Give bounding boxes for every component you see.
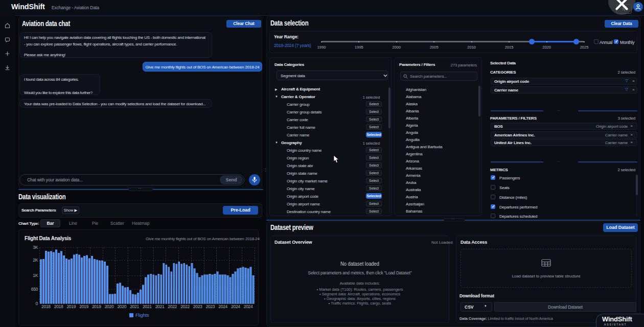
svg-text:2019: 2019: [92, 304, 101, 309]
svg-text:2023: 2023: [206, 304, 215, 309]
svg-text:2024: 2024: [218, 304, 227, 309]
svg-text:2020: 2020: [117, 304, 126, 309]
svg-text:2020: 2020: [105, 304, 114, 309]
svg-text:650: 650: [31, 287, 38, 292]
svg-text:2021: 2021: [155, 304, 165, 309]
svg-text:0: 0: [36, 301, 38, 306]
svg-text:Flights: Flights: [135, 313, 149, 318]
svg-text:2022: 2022: [180, 304, 190, 309]
svg-text:2018: 2018: [54, 304, 63, 309]
svg-text:2K: 2K: [33, 258, 38, 263]
svg-text:2023: 2023: [193, 304, 202, 309]
svg-text:2021: 2021: [143, 304, 152, 309]
svg-text:2024: 2024: [244, 304, 253, 309]
svg-text:2021: 2021: [130, 304, 139, 309]
svg-text:2019: 2019: [66, 304, 76, 309]
svg-text:3K: 3K: [33, 245, 38, 250]
svg-text:2024: 2024: [231, 304, 240, 309]
svg-text:2022: 2022: [168, 304, 177, 309]
svg-text:1K: 1K: [33, 273, 38, 278]
svg-text:2018: 2018: [41, 304, 51, 309]
svg-text:2019: 2019: [79, 304, 88, 309]
